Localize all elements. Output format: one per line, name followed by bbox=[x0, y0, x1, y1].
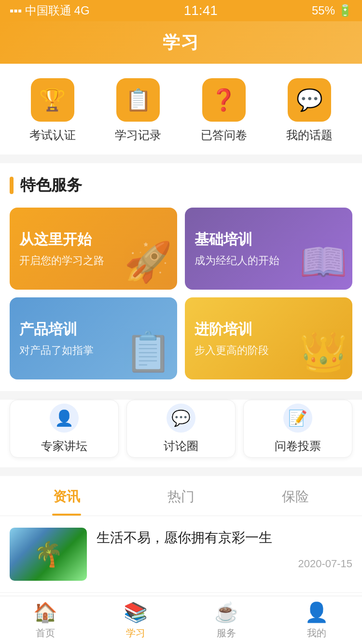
nav-record[interactable]: 📋 学习记录 bbox=[96, 78, 181, 143]
tab-news[interactable]: 资讯 bbox=[10, 476, 124, 516]
tab-insurance[interactable]: 保险 bbox=[238, 476, 352, 516]
featured-section: 特色服务 从这里开始 开启您的学习之路 🚀 基础培训 成为经纪人的开始 📖 产品… bbox=[0, 163, 362, 391]
answered-icon: ❓ bbox=[202, 78, 246, 122]
btn-expert[interactable]: 👤 专家讲坛 bbox=[10, 400, 119, 458]
topic-icon: 💬 bbox=[288, 78, 331, 122]
news-content-1: 生活不易，愿你拥有京彩一生 2020-07-15 bbox=[97, 528, 352, 570]
bottom-bar: 🏠 首页 📚 学习 ☕ 服务 👤 我的 bbox=[0, 596, 362, 644]
card-advanced-title: 进阶培训 bbox=[195, 320, 343, 339]
poll-label: 问卷投票 bbox=[275, 438, 321, 454]
card-product-title: 产品培训 bbox=[19, 320, 167, 339]
nav-exam[interactable]: 🏆 考试认证 bbox=[10, 78, 96, 143]
battery-icon: 🔋 bbox=[338, 4, 352, 17]
record-label: 学习记录 bbox=[115, 127, 161, 143]
title-bar-decoration bbox=[10, 177, 14, 194]
mine-icon: 👤 bbox=[305, 601, 329, 624]
card-advanced[interactable]: 进阶培训 步入更高的阶段 👑 bbox=[185, 297, 352, 379]
card-product[interactable]: 产品培训 对产品了如指掌 📋 bbox=[10, 297, 177, 379]
page-header: 学习 bbox=[0, 21, 362, 64]
status-carrier: ▪▪▪ 中国联通 4G bbox=[10, 3, 90, 18]
home-icon: 🏠 bbox=[33, 601, 57, 624]
study-tab-label: 学习 bbox=[126, 627, 145, 640]
exam-icon: 🏆 bbox=[31, 78, 74, 122]
card-start[interactable]: 从这里开始 开启您的学习之路 🚀 bbox=[10, 208, 177, 290]
card-product-sub: 对产品了如指掌 bbox=[19, 343, 167, 358]
service-row: 👤 专家讲坛 💬 讨论圈 📝 问卷投票 bbox=[0, 400, 362, 467]
btn-poll[interactable]: 📝 问卷投票 bbox=[243, 400, 352, 458]
card-advanced-sub: 步入更高的阶段 bbox=[195, 343, 343, 358]
service-tab-label: 服务 bbox=[217, 627, 236, 640]
status-time: 11:41 bbox=[184, 3, 218, 18]
page-title: 学习 bbox=[163, 31, 199, 55]
status-bar: ▪▪▪ 中国联通 4G 11:41 55% 🔋 bbox=[0, 0, 362, 21]
topic-label: 我的话题 bbox=[286, 127, 333, 143]
nav-topic[interactable]: 💬 我的话题 bbox=[267, 78, 353, 143]
news-item-1[interactable]: 🌴 生活不易，愿你拥有京彩一生 2020-07-15 bbox=[0, 516, 362, 593]
card-basic-sub: 成为经纪人的开始 bbox=[195, 253, 343, 268]
card-start-title: 从这里开始 bbox=[19, 230, 167, 250]
section-header: 特色服务 bbox=[10, 175, 352, 196]
study-icon: 📚 bbox=[124, 601, 148, 624]
answered-label: 已答问卷 bbox=[201, 127, 247, 143]
signal-icon: ▪▪▪ bbox=[10, 4, 22, 17]
news-title-1: 生活不易，愿你拥有京彩一生 bbox=[97, 528, 352, 548]
discuss-label: 讨论圈 bbox=[164, 438, 198, 454]
mine-tab-label: 我的 bbox=[307, 627, 326, 640]
btn-discuss[interactable]: 💬 讨论圈 bbox=[126, 400, 236, 458]
status-battery: 55% 🔋 bbox=[312, 4, 352, 17]
record-icon: 📋 bbox=[116, 78, 160, 122]
tab-home[interactable]: 🏠 首页 bbox=[0, 596, 91, 644]
expert-label: 专家讲坛 bbox=[41, 438, 87, 454]
home-tab-label: 首页 bbox=[36, 627, 55, 640]
feature-grid: 从这里开始 开启您的学习之路 🚀 基础培训 成为经纪人的开始 📖 产品培训 对产… bbox=[10, 208, 352, 379]
tab-service[interactable]: ☕ 服务 bbox=[181, 596, 272, 644]
tab-hot[interactable]: 热门 bbox=[124, 476, 238, 516]
exam-label: 考试认证 bbox=[29, 127, 76, 143]
section-title-text: 特色服务 bbox=[20, 175, 82, 196]
card-start-sub: 开启您的学习之路 bbox=[19, 253, 167, 268]
poll-icon: 📝 bbox=[283, 404, 312, 433]
card-basic-title: 基础培训 bbox=[195, 230, 343, 250]
service-icon: ☕ bbox=[214, 601, 238, 624]
discuss-icon: 💬 bbox=[167, 404, 195, 433]
tab-mine[interactable]: 👤 我的 bbox=[272, 596, 362, 644]
tab-study[interactable]: 📚 学习 bbox=[91, 596, 181, 644]
expert-icon: 👤 bbox=[50, 404, 79, 433]
quick-nav: 🏆 考试认证 📋 学习记录 ❓ 已答问卷 💬 我的话题 bbox=[0, 64, 362, 154]
news-date-1: 2020-07-15 bbox=[97, 558, 352, 570]
nav-answered[interactable]: ❓ 已答问卷 bbox=[181, 78, 267, 143]
tabs-header: 资讯 热门 保险 bbox=[0, 476, 362, 516]
news-thumb-1: 🌴 bbox=[10, 528, 87, 581]
card-basic[interactable]: 基础培训 成为经纪人的开始 📖 bbox=[185, 208, 352, 290]
